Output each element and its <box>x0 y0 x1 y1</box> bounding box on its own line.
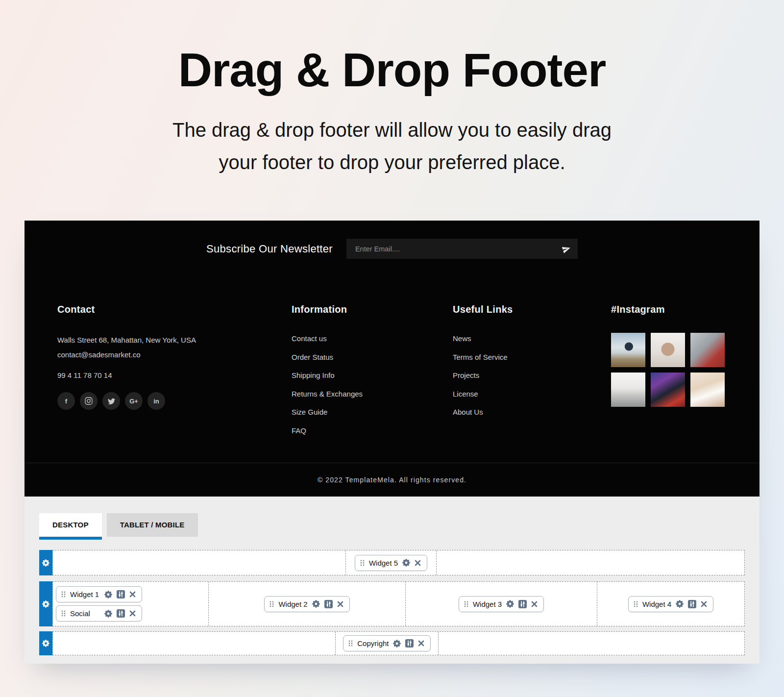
tab-desktop[interactable]: DESKTOP <box>39 513 102 537</box>
widget-remove-x-icon[interactable] <box>531 601 538 607</box>
contact-phone[interactable]: 99 4 11 78 70 14 <box>57 371 196 380</box>
widget-pill-widget-2[interactable]: Widget 2 <box>264 596 349 612</box>
widget-remove-x-icon[interactable] <box>418 640 424 647</box>
widget-pill-widget-1[interactable]: Widget 1 <box>56 586 142 602</box>
widget-label: Widget 3 <box>473 600 502 608</box>
send-button[interactable] <box>562 245 571 253</box>
row-settings-button[interactable] <box>39 631 52 655</box>
widget-remove-x-icon[interactable] <box>129 591 136 597</box>
hero-section: Drag & Drop Footer The drag & drop foote… <box>0 0 784 178</box>
widget-pill-copyright[interactable]: Copyright <box>343 635 431 651</box>
google-plus-icon[interactable]: G+ <box>125 392 143 410</box>
tab-tablet-mobile[interactable]: TABLET / MOBILE <box>107 513 198 537</box>
drag-handle-icon[interactable] <box>634 601 638 607</box>
instagram-photo-wedding[interactable] <box>690 373 725 407</box>
instagram-photo-bedroom[interactable] <box>611 373 645 407</box>
row-settings-button[interactable] <box>39 550 52 575</box>
facebook-icon[interactable]: f <box>57 392 75 410</box>
drop-cell[interactable]: Widget 4 <box>597 582 744 626</box>
widget-pill-widget-4[interactable]: Widget 4 <box>628 596 713 612</box>
widget-label: Widget 5 <box>369 559 398 567</box>
widget-settings-gear-icon[interactable] <box>676 600 684 608</box>
drop-cell[interactable]: Widget 3 <box>406 582 597 626</box>
widget-columns-sliders-icon[interactable] <box>117 609 125 618</box>
widget-columns-sliders-icon[interactable] <box>405 639 414 647</box>
newsletter-label: Subscribe Our Newsletter <box>206 243 333 255</box>
row-settings-button[interactable] <box>39 581 52 626</box>
widget-pill-social[interactable]: Social <box>56 605 142 622</box>
drag-handle-icon[interactable] <box>360 560 365 566</box>
widget-columns-sliders-icon[interactable] <box>117 590 125 598</box>
widget-label: Widget 1 <box>70 590 100 598</box>
widget-settings-gear-icon[interactable] <box>104 610 112 618</box>
footer-link[interactable]: News <box>453 333 513 344</box>
footer-builder-panel: DESKTOP TABLET / MOBILE Widget 5 <box>24 497 760 664</box>
gear-icon <box>42 640 49 647</box>
twitter-icon[interactable] <box>102 392 120 410</box>
widget-remove-x-icon[interactable] <box>701 601 707 607</box>
instagram-heading: #Instagram <box>611 304 725 315</box>
footer-columns: Contact Walls Street 68, Mahattan, New Y… <box>24 277 760 463</box>
email-input[interactable] <box>354 245 558 253</box>
footer-link[interactable]: Projects <box>453 370 513 381</box>
footer-link[interactable]: Shipping Info <box>292 370 363 381</box>
footer-link[interactable]: Size Guide <box>292 406 363 418</box>
drop-cell[interactable]: Widget 2 <box>209 582 406 626</box>
information-column: Information Contact us Order Status Ship… <box>292 304 363 443</box>
instagram-column: #Instagram <box>611 304 725 407</box>
useful-links-heading: Useful Links <box>453 304 513 315</box>
drag-handle-icon[interactable] <box>61 591 66 597</box>
footer-link[interactable]: Contact us <box>292 333 363 344</box>
footer-link[interactable]: License <box>453 388 513 399</box>
drag-handle-icon[interactable] <box>464 601 468 607</box>
widget-settings-gear-icon[interactable] <box>104 591 112 598</box>
drag-handle-icon[interactable] <box>61 610 66 617</box>
widget-pill-widget-3[interactable]: Widget 3 <box>459 596 544 612</box>
gear-icon <box>42 600 49 608</box>
drop-cell[interactable]: Widget 1 Social <box>53 582 209 626</box>
paper-plane-icon <box>562 245 571 253</box>
widget-label: Copyright <box>357 639 389 647</box>
gear-icon <box>42 559 49 567</box>
builder-row: Widget 1 Social <box>39 581 745 626</box>
widget-label: Social <box>70 609 100 618</box>
widget-settings-gear-icon[interactable] <box>393 640 401 647</box>
footer-link[interactable]: Order Status <box>292 351 363 363</box>
drag-handle-icon[interactable] <box>270 601 274 607</box>
widget-remove-x-icon[interactable] <box>337 601 343 607</box>
widget-columns-sliders-icon[interactable] <box>324 600 333 608</box>
widget-label: Widget 4 <box>642 600 671 608</box>
drop-cell[interactable]: Widget 5 <box>346 550 437 575</box>
widget-columns-sliders-icon[interactable] <box>518 600 527 608</box>
widget-pill-widget-5[interactable]: Widget 5 <box>355 555 427 571</box>
newsletter-input-box <box>346 239 578 259</box>
page-subtitle: The drag & drop footer will allow you to… <box>0 114 784 178</box>
widget-remove-x-icon[interactable] <box>129 610 136 617</box>
drop-cell[interactable] <box>439 632 744 655</box>
instagram-photo-cyclist[interactable] <box>611 333 645 367</box>
footer-link[interactable]: Returns & Exchanges <box>292 388 363 399</box>
footer-link[interactable]: FAQ <box>292 425 363 436</box>
instagram-photo-firefighter[interactable] <box>651 373 685 407</box>
footer-preview-card: Subscribe Our Newsletter Contact Walls S… <box>24 221 760 664</box>
instagram-icon[interactable] <box>80 392 98 410</box>
widget-settings-gear-icon[interactable] <box>402 559 410 567</box>
widget-remove-x-icon[interactable] <box>415 560 421 566</box>
contact-email[interactable]: contact@sadesmarket.co <box>57 348 196 362</box>
instagram-photo-mechanic[interactable] <box>690 333 725 367</box>
footer-link[interactable]: Terms of Service <box>453 351 513 363</box>
drop-cell[interactable] <box>437 550 744 575</box>
footer-link[interactable]: About Us <box>453 406 513 418</box>
instagram-photo-child-glasses[interactable] <box>651 333 685 367</box>
widget-settings-gear-icon[interactable] <box>506 600 514 608</box>
page-title: Drag & Drop Footer <box>0 0 784 97</box>
drop-cell[interactable]: Copyright <box>336 632 439 655</box>
drag-handle-icon[interactable] <box>348 640 353 647</box>
footer-preview: Subscribe Our Newsletter Contact Walls S… <box>24 221 760 497</box>
builder-tabs: DESKTOP TABLET / MOBILE <box>39 513 745 537</box>
linkedin-icon[interactable]: in <box>147 392 165 410</box>
widget-settings-gear-icon[interactable] <box>312 600 320 608</box>
drop-cell[interactable] <box>53 632 336 655</box>
widget-columns-sliders-icon[interactable] <box>688 600 696 608</box>
drop-cell[interactable] <box>53 550 346 575</box>
